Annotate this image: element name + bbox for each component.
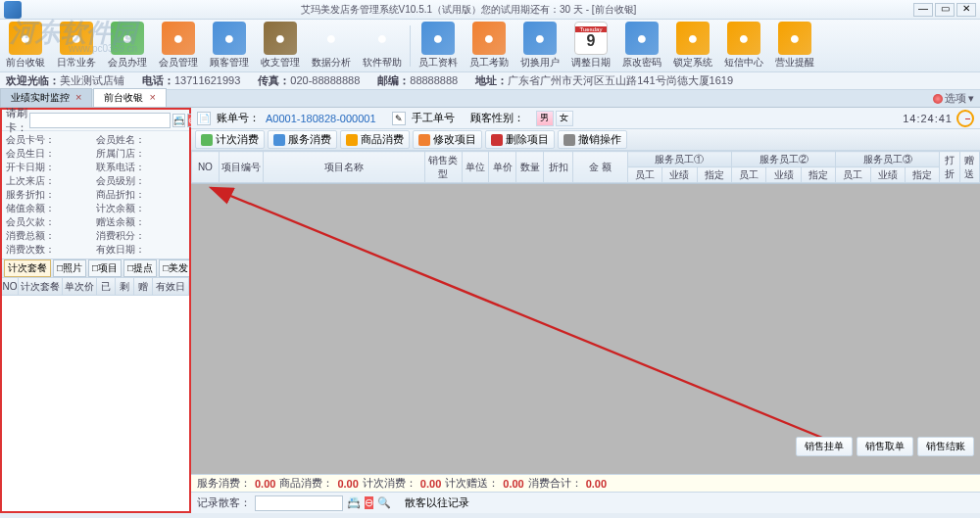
record-customer-row: 记录散客： 📇 ⊖ 🔍 散客以往记录 [191, 492, 980, 513]
lock-sys-icon: ● [676, 22, 710, 55]
record-customer-input[interactable] [255, 495, 343, 511]
pkg-col-6: 有效日期 [153, 278, 189, 295]
member-field: 会员卡号： [6, 133, 96, 147]
bill-no-value[interactable]: A0001-180828-000001 [266, 113, 376, 124]
clock-time: 14:24:41 [903, 113, 953, 124]
member-field: 储值余额： [6, 202, 96, 215]
member-field: 上次来店： [6, 174, 96, 188]
member-reg-button[interactable]: ●会员办理 [102, 20, 153, 71]
subtab-4[interactable]: □美发 [159, 259, 189, 277]
options-menu[interactable]: 选项 ▾ [933, 91, 974, 106]
daily-button[interactable]: ●日常业务 [51, 20, 102, 71]
pencil-icon[interactable]: ✎ [392, 112, 406, 125]
sms-button[interactable]: ●短信中心 [718, 20, 769, 71]
close-button[interactable]: ✕ [956, 3, 976, 17]
tab-close-icon[interactable]: × [149, 91, 155, 103]
remove-item-button[interactable]: 删除项目 [485, 130, 555, 149]
sale-btn-1[interactable]: 销售取单 [857, 437, 913, 456]
action-bar: 计次消费服务消费商品消费修改项目删除项目撤销操作 [191, 129, 980, 151]
items-grid-header: NO项目编号项目名称销售类型单位单价数量折扣金 额服务员工①服务员工②服务员工③… [191, 151, 980, 184]
switch-user-button[interactable]: ●切换用户 [514, 20, 565, 71]
main-toolbar: ●前台收银●日常业务●会员办理●会员管理●顾客管理●收支管理●数据分析●软件帮助… [0, 20, 980, 72]
subtab-3[interactable]: □提点 [123, 259, 157, 277]
package-grid-body [2, 296, 189, 511]
subtab-0[interactable]: 计次套餐 [4, 259, 51, 277]
card-lookup-button[interactable]: 📇 [172, 114, 185, 127]
help-label: 软件帮助 [363, 56, 402, 70]
minimize-button[interactable]: — [913, 3, 933, 17]
adjust-date-icon: Tuesday9 [574, 22, 608, 55]
svc-sub-1-0: 员工 [732, 167, 766, 183]
svc-sub-1-2: 指定 [801, 167, 835, 183]
sum-total: 0.00 [586, 478, 607, 490]
lock-sys-label: 锁定系统 [673, 56, 712, 70]
goods-consume-button[interactable]: 商品消费 [340, 130, 410, 149]
record-label: 记录散客： [197, 495, 251, 510]
member-reg-icon: ● [111, 22, 144, 55]
service-consume-button[interactable]: 服务消费 [268, 130, 337, 149]
card-input[interactable] [29, 113, 171, 128]
tab-frontdesk-tab[interactable]: 前台收银× [93, 88, 166, 107]
record-lookup-button[interactable]: 📇 [347, 496, 361, 509]
customer-icon: ● [213, 22, 246, 55]
member-field: 商品折扣： [96, 188, 186, 202]
bill-panel: 📄 账单号： A0001-180828-000001 ✎ 手工单号 顾客性别： … [191, 108, 980, 513]
subtab-2[interactable]: □项目 [88, 259, 122, 277]
fax-value: 020-88888888 [290, 74, 360, 86]
col-3: 销售类型 [424, 152, 462, 183]
svc-sub-0-1: 业绩 [662, 167, 697, 183]
maximize-button[interactable]: ▭ [935, 3, 955, 17]
member-field: 所属门店： [96, 147, 186, 161]
edit-item-icon [418, 134, 430, 146]
lock-sys-button[interactable]: ●锁定系统 [667, 20, 718, 71]
gender-female-button[interactable]: 女 [556, 111, 573, 126]
tab-close-icon[interactable]: × [75, 91, 81, 103]
bill-header-row: 📄 账单号： A0001-180828-000001 ✎ 手工单号 顾客性别： … [191, 108, 980, 129]
member-field: 消费次数： [6, 243, 96, 257]
clock-icon [956, 110, 974, 127]
window-title: 艾玛美发店务管理系统V10.5.1（试用版）您的试用期还有：30 天 - [前台… [25, 3, 911, 17]
record-clear-button[interactable]: ⊖ [365, 496, 373, 509]
record-history-link[interactable]: 散客以往记录 [405, 495, 469, 510]
svc-sub-0-2: 指定 [697, 167, 731, 183]
remind-button[interactable]: ●营业提醒 [769, 20, 820, 71]
frontdesk-button[interactable]: ●前台收银 [0, 20, 51, 71]
sale-btn-0[interactable]: 销售挂单 [796, 437, 853, 456]
income-button[interactable]: ●收支管理 [255, 20, 306, 71]
search-button[interactable]: 🔍 [377, 496, 395, 509]
analysis-button[interactable]: ●数据分析 [306, 20, 357, 71]
edit-item-button[interactable]: 修改项目 [413, 130, 482, 149]
tab-perf-monitor[interactable]: 业绩实时监控× [0, 88, 92, 107]
member-field: 服务折扣： [6, 188, 96, 202]
switch-user-label: 切换用户 [520, 56, 560, 70]
staff-info-button[interactable]: ●员工资料 [413, 20, 464, 71]
gender-male-button[interactable]: 男 [536, 111, 554, 126]
pkg-col-3: 已用 [97, 278, 116, 295]
col-2: 项目名称 [264, 152, 424, 183]
frontdesk-label: 前台收银 [6, 56, 45, 70]
count-consume-button[interactable]: 计次消费 [195, 130, 265, 149]
customer-button[interactable]: ●顾客管理 [204, 20, 255, 71]
col-1: 项目编号 [219, 152, 264, 183]
document-tabs: 业绩实时监控×前台收银× 选项 ▾ [0, 90, 980, 108]
change-pwd-button[interactable]: ●原改密码 [616, 20, 667, 71]
member-field: 赠送余额： [96, 215, 186, 229]
svc-group-0: 服务员工① [627, 152, 731, 167]
undo-button[interactable]: 撤销操作 [558, 130, 627, 149]
pkg-col-5: 赠送 [134, 278, 153, 295]
member-info-list: 会员卡号：会员姓名：会员生日：所属门店：开卡日期：联系电话：上次来店：会员级别：… [2, 131, 189, 259]
sms-label: 短信中心 [724, 56, 763, 70]
member-field: 有效日期： [96, 243, 186, 257]
remind-label: 营业提醒 [775, 56, 814, 70]
subtab-1[interactable]: □照片 [53, 259, 86, 277]
help-button[interactable]: ●软件帮助 [357, 20, 408, 71]
staff-attend-button[interactable]: ●员工考勤 [464, 20, 514, 71]
sale-btn-2[interactable]: 销售结账 [917, 437, 974, 456]
change-pwd-icon: ● [625, 22, 659, 55]
adjust-date-button[interactable]: Tuesday9调整日期 [565, 20, 616, 71]
clock-display: 14:24:41 [903, 110, 974, 127]
package-grid-header: NO计次套餐单次价格已用剩余赠送有效日期 [2, 278, 189, 296]
member-mgmt-button[interactable]: ●会员管理 [153, 20, 204, 71]
col-5: 单价 [489, 152, 516, 183]
sum-service: 0.00 [255, 478, 275, 490]
